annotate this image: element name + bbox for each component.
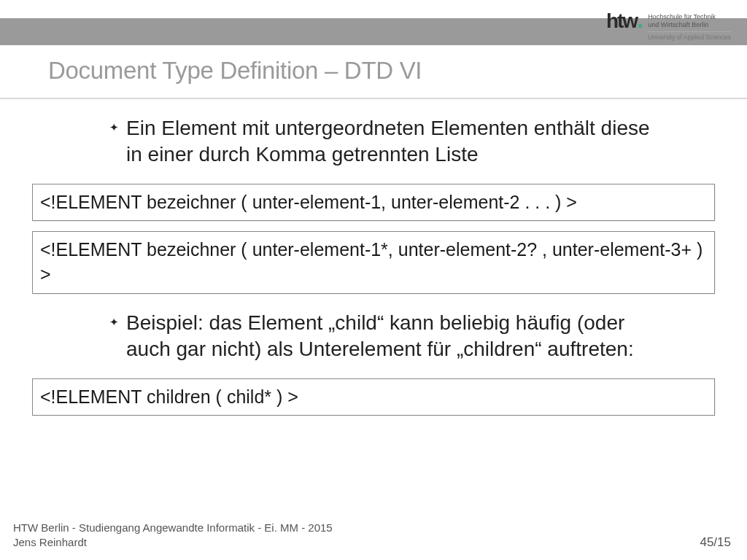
page-title: Document Type Definition – DTD VI bbox=[48, 57, 747, 85]
footer-left: HTW Berlin - Studiengang Angewandte Info… bbox=[13, 521, 333, 551]
logo-caption: Hochschule für Technik und Wirtschaft Be… bbox=[648, 13, 731, 41]
diamond-bullet-icon: ✦ bbox=[109, 316, 119, 329]
content-area: ✦ Ein Element mit untergeordneten Elemen… bbox=[0, 115, 747, 416]
bullet-1-text: Ein Element mit untergeordneten Elemente… bbox=[126, 115, 671, 168]
code-box-3: <!ELEMENT children ( child* ) > bbox=[32, 378, 715, 416]
logo-area: htw Hochschule für Technik und Wirtschaf… bbox=[606, 13, 731, 41]
logo-wordmark: htw bbox=[606, 13, 642, 31]
code-box-1: <!ELEMENT bezeichner ( unter-element-1, … bbox=[32, 184, 715, 222]
title-zone: Document Type Definition – DTD VI bbox=[0, 45, 747, 99]
bullet-1: ✦ Ein Element mit untergeordneten Elemen… bbox=[109, 115, 671, 168]
page-number: 45/15 bbox=[700, 535, 731, 550]
bullet-2-text: Beispiel: das Element „child“ kann belie… bbox=[126, 310, 671, 362]
footer-line2: Jens Reinhardt bbox=[13, 536, 87, 548]
footer: HTW Berlin - Studiengang Angewandte Info… bbox=[13, 521, 731, 551]
logo-subline: University of Applied Sciences bbox=[648, 34, 731, 41]
header-white-band: htw Hochschule für Technik und Wirtschaf… bbox=[0, 0, 747, 18]
logo-line1: Hochschule für Technik und Wirtschaft Be… bbox=[648, 13, 731, 32]
code-box-2: <!ELEMENT bezeichner ( unter-element-1*,… bbox=[32, 231, 715, 294]
diamond-bullet-icon: ✦ bbox=[109, 121, 119, 134]
htw-logo-text: htw bbox=[606, 9, 637, 32]
bullet-2: ✦ Beispiel: das Element „child“ kann bel… bbox=[109, 310, 671, 362]
logo-dot-icon bbox=[638, 24, 642, 28]
slide: htw Hochschule für Technik und Wirtschaf… bbox=[0, 0, 747, 560]
footer-line1: HTW Berlin - Studiengang Angewandte Info… bbox=[13, 521, 333, 534]
